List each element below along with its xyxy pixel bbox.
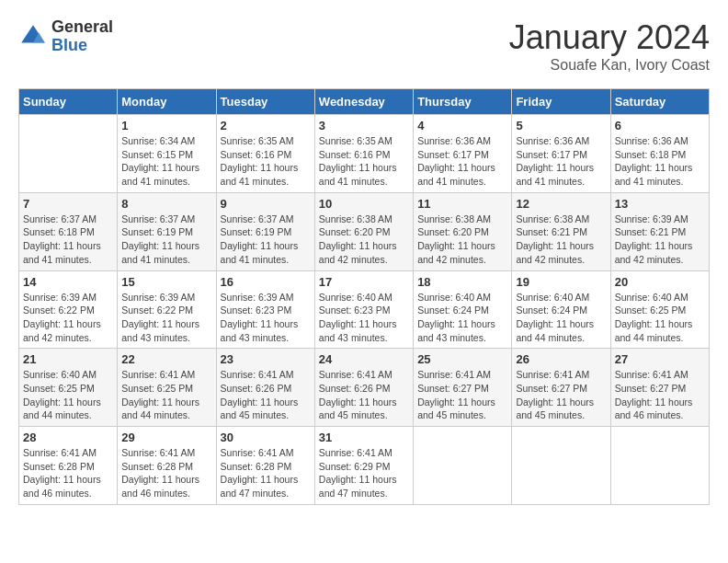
day-number: 24 [319, 352, 409, 366]
day-cell: 5Sunrise: 6:36 AMSunset: 6:17 PMDaylight… [512, 115, 610, 193]
day-cell: 17Sunrise: 6:40 AMSunset: 6:23 PMDayligh… [314, 270, 413, 349]
day-number: 11 [417, 197, 507, 211]
weekday-sunday: Sunday [19, 89, 118, 115]
day-info: Sunrise: 6:41 AMSunset: 6:26 PMDaylight:… [319, 368, 409, 422]
week-row-2: 7Sunrise: 6:37 AMSunset: 6:18 PMDaylight… [19, 192, 710, 270]
day-cell: 29Sunrise: 6:41 AMSunset: 6:28 PMDayligh… [118, 427, 216, 505]
day-cell: 22Sunrise: 6:41 AMSunset: 6:25 PMDayligh… [118, 349, 216, 427]
day-number: 18 [417, 275, 507, 289]
weekday-thursday: Thursday [414, 89, 512, 115]
day-cell: 26Sunrise: 6:41 AMSunset: 6:27 PMDayligh… [512, 349, 610, 427]
day-info: Sunrise: 6:41 AMSunset: 6:29 PMDaylight:… [319, 446, 409, 500]
day-info: Sunrise: 6:40 AMSunset: 6:25 PMDaylight:… [23, 368, 113, 422]
day-cell: 14Sunrise: 6:39 AMSunset: 6:22 PMDayligh… [19, 270, 118, 349]
day-cell: 13Sunrise: 6:39 AMSunset: 6:21 PMDayligh… [610, 192, 709, 270]
day-number: 9 [221, 197, 311, 211]
day-info: Sunrise: 6:41 AMSunset: 6:28 PMDaylight:… [121, 446, 211, 500]
day-number: 17 [319, 275, 409, 289]
day-number: 5 [516, 119, 606, 132]
day-info: Sunrise: 6:39 AMSunset: 6:22 PMDaylight:… [121, 291, 211, 345]
day-number: 26 [516, 352, 606, 366]
day-cell: 7Sunrise: 6:37 AMSunset: 6:18 PMDaylight… [19, 192, 118, 270]
day-info: Sunrise: 6:40 AMSunset: 6:23 PMDaylight:… [319, 291, 409, 345]
day-info: Sunrise: 6:41 AMSunset: 6:25 PMDaylight:… [121, 368, 211, 422]
day-number: 12 [516, 197, 606, 211]
day-cell: 15Sunrise: 6:39 AMSunset: 6:22 PMDayligh… [118, 270, 216, 349]
day-number: 30 [221, 431, 311, 444]
day-info: Sunrise: 6:38 AMSunset: 6:21 PMDaylight:… [516, 213, 606, 267]
day-info: Sunrise: 6:37 AMSunset: 6:18 PMDaylight:… [23, 213, 113, 267]
day-number: 20 [615, 275, 705, 289]
day-cell: 24Sunrise: 6:41 AMSunset: 6:26 PMDayligh… [314, 349, 413, 427]
day-cell: 18Sunrise: 6:40 AMSunset: 6:24 PMDayligh… [414, 270, 512, 349]
weekday-tuesday: Tuesday [216, 89, 314, 115]
day-cell: 20Sunrise: 6:40 AMSunset: 6:25 PMDayligh… [610, 270, 709, 349]
day-cell: 11Sunrise: 6:38 AMSunset: 6:20 PMDayligh… [414, 192, 512, 270]
week-row-3: 14Sunrise: 6:39 AMSunset: 6:22 PMDayligh… [19, 270, 710, 349]
day-cell: 23Sunrise: 6:41 AMSunset: 6:26 PMDayligh… [216, 349, 314, 427]
day-cell [414, 427, 512, 505]
day-number: 16 [221, 275, 311, 289]
day-number: 3 [319, 119, 409, 132]
day-number: 10 [319, 197, 409, 211]
day-cell: 27Sunrise: 6:41 AMSunset: 6:27 PMDayligh… [610, 349, 709, 427]
day-info: Sunrise: 6:41 AMSunset: 6:27 PMDaylight:… [516, 368, 606, 422]
calendar-table: SundayMondayTuesdayWednesdayThursdayFrid… [18, 88, 710, 505]
day-number: 4 [417, 119, 507, 132]
day-cell [610, 427, 709, 505]
day-info: Sunrise: 6:35 AMSunset: 6:16 PMDaylight:… [319, 134, 409, 189]
day-number: 8 [121, 197, 211, 211]
weekday-friday: Friday [512, 89, 610, 115]
day-cell: 4Sunrise: 6:36 AMSunset: 6:17 PMDaylight… [414, 115, 512, 193]
day-number: 23 [221, 352, 311, 366]
day-info: Sunrise: 6:40 AMSunset: 6:24 PMDaylight:… [516, 291, 606, 345]
weekday-saturday: Saturday [610, 89, 709, 115]
day-number: 28 [23, 431, 113, 444]
day-number: 14 [23, 275, 113, 289]
day-cell: 28Sunrise: 6:41 AMSunset: 6:28 PMDayligh… [19, 427, 118, 505]
month-title: January 2024 [509, 18, 710, 57]
day-info: Sunrise: 6:41 AMSunset: 6:27 PMDaylight:… [417, 368, 507, 422]
day-cell: 3Sunrise: 6:35 AMSunset: 6:16 PMDaylight… [314, 115, 413, 193]
week-row-5: 28Sunrise: 6:41 AMSunset: 6:28 PMDayligh… [19, 427, 710, 505]
day-number: 31 [319, 431, 409, 444]
day-number: 1 [121, 119, 211, 132]
day-number: 6 [615, 119, 705, 132]
location-title: Souafe Kan, Ivory Coast [509, 57, 710, 74]
day-cell: 19Sunrise: 6:40 AMSunset: 6:24 PMDayligh… [512, 270, 610, 349]
day-number: 2 [221, 119, 311, 132]
day-number: 29 [121, 431, 211, 444]
day-info: Sunrise: 6:39 AMSunset: 6:21 PMDaylight:… [615, 213, 705, 267]
day-cell: 25Sunrise: 6:41 AMSunset: 6:27 PMDayligh… [414, 349, 512, 427]
day-info: Sunrise: 6:36 AMSunset: 6:17 PMDaylight:… [516, 134, 606, 189]
calendar-body: 1Sunrise: 6:34 AMSunset: 6:15 PMDaylight… [19, 115, 710, 505]
day-info: Sunrise: 6:41 AMSunset: 6:28 PMDaylight:… [23, 446, 113, 500]
day-number: 25 [417, 352, 507, 366]
day-cell: 31Sunrise: 6:41 AMSunset: 6:29 PMDayligh… [314, 427, 413, 505]
day-cell: 16Sunrise: 6:39 AMSunset: 6:23 PMDayligh… [216, 270, 314, 349]
day-cell: 2Sunrise: 6:35 AMSunset: 6:16 PMDaylight… [216, 115, 314, 193]
weekday-monday: Monday [118, 89, 216, 115]
day-cell [19, 115, 118, 193]
day-info: Sunrise: 6:36 AMSunset: 6:18 PMDaylight:… [615, 134, 705, 189]
day-info: Sunrise: 6:37 AMSunset: 6:19 PMDaylight:… [121, 213, 211, 267]
day-cell: 9Sunrise: 6:37 AMSunset: 6:19 PMDaylight… [216, 192, 314, 270]
day-number: 27 [615, 352, 705, 366]
day-cell [512, 427, 610, 505]
day-number: 15 [121, 275, 211, 289]
title-area: January 2024 Souafe Kan, Ivory Coast [509, 18, 710, 74]
day-number: 13 [615, 197, 705, 211]
logo-icon [18, 22, 48, 52]
week-row-1: 1Sunrise: 6:34 AMSunset: 6:15 PMDaylight… [19, 115, 710, 193]
day-info: Sunrise: 6:37 AMSunset: 6:19 PMDaylight:… [221, 213, 311, 267]
weekday-wednesday: Wednesday [314, 89, 413, 115]
header: General Blue January 2024 Souafe Kan, Iv… [18, 18, 710, 74]
day-info: Sunrise: 6:38 AMSunset: 6:20 PMDaylight:… [319, 213, 409, 267]
day-number: 7 [23, 197, 113, 211]
day-number: 22 [121, 352, 211, 366]
day-cell: 30Sunrise: 6:41 AMSunset: 6:28 PMDayligh… [216, 427, 314, 505]
day-cell: 12Sunrise: 6:38 AMSunset: 6:21 PMDayligh… [512, 192, 610, 270]
day-info: Sunrise: 6:40 AMSunset: 6:24 PMDaylight:… [417, 291, 507, 345]
day-info: Sunrise: 6:39 AMSunset: 6:22 PMDaylight:… [23, 291, 113, 345]
day-info: Sunrise: 6:35 AMSunset: 6:16 PMDaylight:… [221, 134, 311, 189]
